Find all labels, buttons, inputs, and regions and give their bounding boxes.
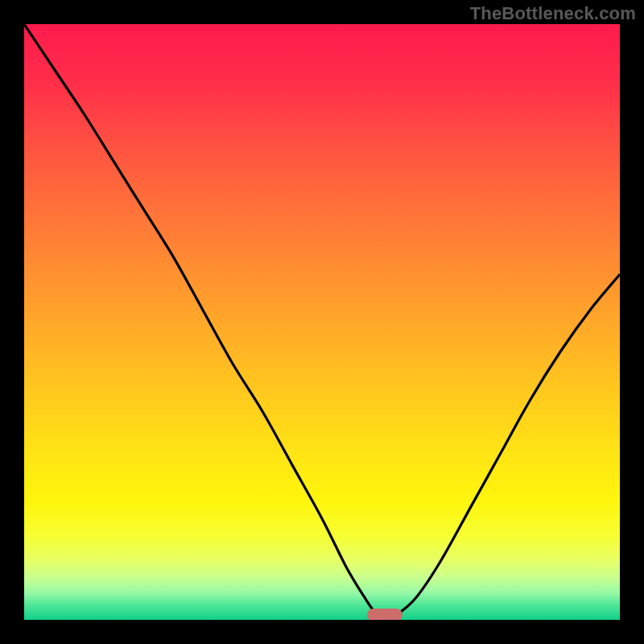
watermark-text: TheBottleneck.com <box>470 3 636 24</box>
chart-svg <box>24 24 620 620</box>
gradient-background <box>24 24 620 620</box>
chart-container: TheBottleneck.com <box>0 0 644 644</box>
optimum-marker <box>367 609 402 620</box>
plot-area <box>24 24 620 620</box>
